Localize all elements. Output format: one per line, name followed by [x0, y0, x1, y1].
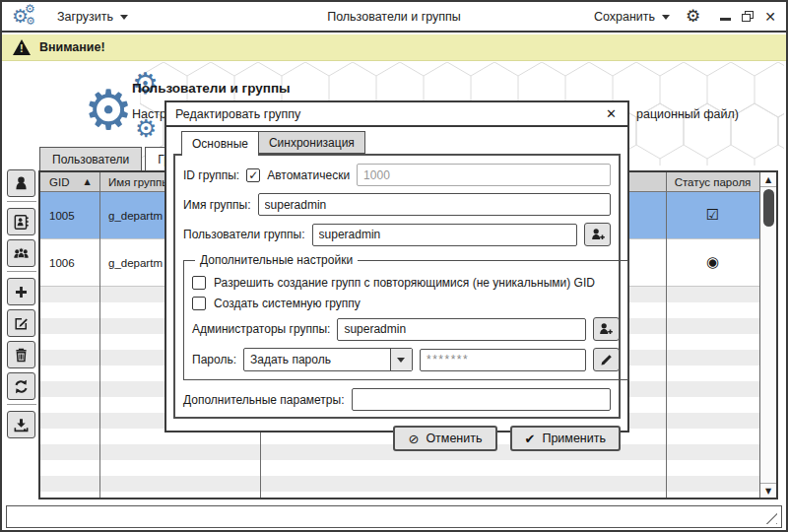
download-button[interactable] — [7, 411, 35, 438]
group-admins-input[interactable] — [337, 318, 586, 341]
settings-gear-button[interactable]: ⚙ — [686, 8, 700, 25]
app-logo-icon: ⚙ ⚙ ⚙ — [12, 4, 43, 30]
advanced-settings-group: Дополнительные настройки Разрешить созда… — [183, 253, 628, 380]
system-group-label: Создать системную группу — [214, 297, 361, 310]
group-name-input[interactable] — [258, 193, 611, 216]
users-view-button[interactable] — [7, 169, 35, 197]
warning-icon — [13, 39, 31, 55]
edit-password-button[interactable] — [593, 348, 620, 371]
load-menu-label: Загрузить — [57, 10, 113, 24]
apply-button[interactable]: ✔ Применить — [510, 426, 622, 451]
page-subtitle-right-fragment: рационный файл) — [636, 107, 739, 121]
contacts-button[interactable] — [7, 208, 35, 235]
cell-gid: 1006 — [40, 257, 99, 269]
group-id-input[interactable] — [357, 164, 611, 186]
cancel-button[interactable]: ⊘ Отменить — [393, 426, 496, 451]
page-title: Пользователи и группы — [132, 81, 291, 96]
gear-icon: ⚙ — [84, 83, 133, 138]
gear-icon: ⚙ — [26, 16, 35, 27]
load-menu-button[interactable]: Загрузить — [57, 10, 128, 24]
edit-icon — [13, 315, 30, 332]
auto-id-checkbox-label: Автоматически — [267, 168, 350, 182]
scrollbar-thumb[interactable] — [763, 189, 774, 227]
plus-icon — [13, 284, 30, 300]
apply-check-icon: ✔ — [525, 432, 536, 445]
user-add-icon — [590, 227, 606, 242]
dialog-buttons-row: ⊘ Отменить ✔ Применить — [166, 419, 627, 451]
column-header-password-status[interactable]: Статус пароля — [666, 172, 759, 191]
allow-duplicate-gid-label: Разрешить создание групп с повторяющимис… — [214, 276, 595, 290]
close-button[interactable]: ✕ — [764, 10, 776, 24]
pencil-icon — [599, 353, 614, 367]
maximize-button[interactable] — [742, 11, 754, 22]
edit-group-button[interactable] — [7, 309, 35, 337]
cancel-button-label: Отменить — [426, 432, 482, 445]
toolbar-separator — [7, 404, 36, 405]
dialog-close-button[interactable]: ✕ — [604, 107, 619, 120]
group-id-label: ID группы: — [183, 168, 239, 182]
password-mode-value: Задать пароль — [244, 349, 390, 370]
dialog-tab-sync[interactable]: Синхронизация — [259, 131, 365, 154]
status-bar — [6, 505, 782, 528]
warning-text: Внимание! — [39, 40, 105, 54]
add-admin-button[interactable] — [593, 317, 620, 341]
groups-view-button[interactable] — [7, 239, 35, 267]
password-status-checked-icon: ☑ — [666, 208, 759, 223]
page-subtitle-left-fragment: Настр — [132, 107, 166, 121]
scroll-up-button[interactable]: ▲ — [760, 172, 776, 187]
group-users-input[interactable] — [312, 224, 577, 246]
check-icon: ✓ — [248, 169, 258, 181]
warning-bar: Внимание! — [2, 34, 786, 61]
column-header-gid[interactable]: GID ▲ — [40, 172, 99, 191]
password-label: Пароль: — [192, 353, 236, 366]
dialog-main-panel: ID группы: ✓ Автоматически Имя группы: П… — [173, 154, 621, 419]
user-add-icon — [598, 321, 614, 337]
dialog-tab-main[interactable]: Основные — [181, 131, 259, 156]
allow-duplicate-gid-checkbox[interactable] — [192, 276, 206, 290]
save-menu-label: Сохранить — [594, 10, 655, 24]
chevron-down-icon — [397, 358, 405, 363]
delete-group-button[interactable] — [7, 341, 35, 368]
cell-gid: 1005 — [40, 210, 99, 222]
auto-id-checkbox[interactable]: ✓ — [246, 168, 260, 182]
window-title: Пользователи и группы — [199, 10, 589, 24]
sort-ascending-icon: ▲ — [84, 178, 90, 186]
address-book-icon — [13, 214, 30, 231]
refresh-icon — [13, 378, 30, 395]
add-group-button[interactable] — [7, 278, 35, 305]
apply-button-label: Применить — [542, 432, 606, 445]
save-menu-button[interactable]: Сохранить — [594, 10, 670, 24]
title-bar: ⚙ ⚙ ⚙ Загрузить Пользователи и группы Со… — [2, 2, 786, 33]
dialog-tabs: Основные Синхронизация — [166, 131, 627, 154]
edit-group-dialog: Редактировать группу ✕ Основные Синхрони… — [164, 100, 629, 432]
extra-params-label: Дополнительные параметры: — [183, 393, 345, 407]
user-silhouette-icon — [13, 175, 30, 192]
tab-users[interactable]: Пользователи — [39, 147, 142, 170]
app-window: ⚙ ⚙ ⚙ Загрузить Пользователи и группы Со… — [0, 0, 788, 532]
column-divider — [666, 172, 667, 498]
dialog-title: Редактировать группу — [175, 107, 300, 121]
left-toolbar — [7, 169, 36, 442]
add-user-to-group-button[interactable] — [584, 223, 611, 246]
password-input[interactable] — [420, 349, 586, 371]
column-divider — [99, 172, 100, 498]
download-icon — [13, 417, 30, 433]
dialog-title-bar: Редактировать группу ✕ — [166, 102, 627, 127]
trash-icon — [13, 347, 30, 364]
system-group-checkbox[interactable] — [192, 297, 206, 310]
resize-grip[interactable] — [764, 511, 777, 524]
minimize-button[interactable] — [720, 18, 731, 21]
refresh-button[interactable] — [7, 372, 35, 400]
extra-params-input[interactable] — [352, 388, 612, 411]
group-admins-label: Администраторы группы: — [192, 322, 330, 336]
toolbar-separator — [7, 201, 36, 202]
combo-dropdown-button[interactable] — [390, 349, 412, 370]
advanced-settings-legend: Дополнительные настройки — [195, 253, 358, 267]
group-name-label: Имя группы: — [183, 198, 251, 212]
toolbar-separator — [7, 271, 36, 272]
group-users-label: Пользователи группы: — [183, 228, 305, 241]
password-status-dot-icon: ◉ — [666, 255, 759, 270]
password-mode-select[interactable]: Задать пароль — [243, 348, 413, 371]
vertical-scrollbar[interactable]: ▲ ▼ — [759, 172, 776, 498]
scroll-down-button[interactable]: ▼ — [760, 483, 776, 498]
